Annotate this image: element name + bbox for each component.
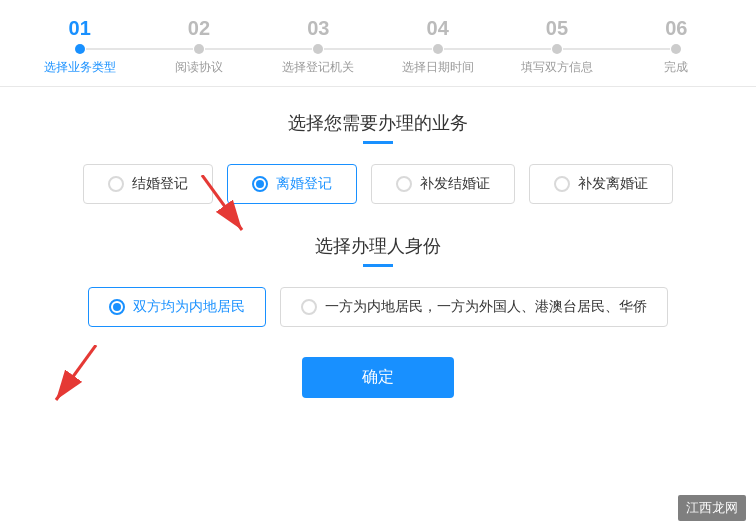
step-6-num: 06 bbox=[665, 18, 687, 38]
option-reissue-divorce[interactable]: 补发离婚证 bbox=[529, 164, 673, 204]
steps-bar: 01 选择业务类型 02 阅读协议 03 选择登记机关 04 选择日期时间 bbox=[0, 0, 756, 87]
option-mixed-label: 一方为内地居民，一方为外国人、港澳台居民、华侨 bbox=[325, 298, 647, 316]
step-3: 03 选择登记机关 bbox=[259, 18, 378, 76]
option-mainland[interactable]: 双方均为内地居民 bbox=[88, 287, 266, 327]
option-mainland-label: 双方均为内地居民 bbox=[133, 298, 245, 316]
step-6: 06 完成 bbox=[617, 18, 736, 76]
step-1-label: 选择业务类型 bbox=[44, 59, 116, 76]
step-2-dot bbox=[194, 44, 204, 54]
option-mainland-radio bbox=[109, 299, 125, 315]
step-4-dot bbox=[433, 44, 443, 54]
step-1-dot bbox=[75, 44, 85, 54]
option-divorce-label: 离婚登记 bbox=[276, 175, 332, 193]
option-reissue-marriage-label: 补发结婚证 bbox=[420, 175, 490, 193]
identity-radio-group: 双方均为内地居民 一方为内地居民，一方为外国人、港澳台居民、华侨 bbox=[40, 287, 716, 327]
option-marriage-radio bbox=[108, 176, 124, 192]
confirm-button-wrapper: 确定 bbox=[40, 357, 716, 398]
svg-line-3 bbox=[56, 345, 96, 400]
identity-section-title: 选择办理人身份 bbox=[40, 234, 716, 258]
identity-section: 选择办理人身份 双方均为内地居民 一方为内地居民，一方为外国人、港澳台居民、华侨 bbox=[40, 234, 716, 327]
step-2-num: 02 bbox=[188, 18, 210, 38]
step-3-num: 03 bbox=[307, 18, 329, 38]
step-5-label: 填写双方信息 bbox=[521, 59, 593, 76]
step-2-label: 阅读协议 bbox=[175, 59, 223, 76]
step-4: 04 选择日期时间 bbox=[378, 18, 497, 76]
business-section: 选择您需要办理的业务 结婚登记 离婚登记 补发结婚证 补发离婚证 bbox=[40, 111, 716, 204]
watermark: 江西龙网 bbox=[678, 495, 746, 521]
confirm-button[interactable]: 确定 bbox=[302, 357, 454, 398]
arrow-to-divorce bbox=[172, 175, 252, 255]
step-1-num: 01 bbox=[69, 18, 91, 38]
step-3-label: 选择登记机关 bbox=[282, 59, 354, 76]
business-title-underline bbox=[363, 141, 393, 144]
option-reissue-divorce-radio bbox=[554, 176, 570, 192]
svg-line-1 bbox=[202, 175, 242, 230]
step-4-num: 04 bbox=[427, 18, 449, 38]
step-5-num: 05 bbox=[546, 18, 568, 38]
arrow-to-mainland bbox=[46, 345, 126, 425]
step-4-label: 选择日期时间 bbox=[402, 59, 474, 76]
option-mixed-radio bbox=[301, 299, 317, 315]
option-reissue-divorce-label: 补发离婚证 bbox=[578, 175, 648, 193]
identity-title-underline bbox=[363, 264, 393, 267]
option-mixed[interactable]: 一方为内地居民，一方为外国人、港澳台居民、华侨 bbox=[280, 287, 668, 327]
option-divorce-radio bbox=[252, 176, 268, 192]
step-6-dot bbox=[671, 44, 681, 54]
business-radio-group: 结婚登记 离婚登记 补发结婚证 补发离婚证 bbox=[40, 164, 716, 204]
step-5: 05 填写双方信息 bbox=[497, 18, 616, 76]
option-reissue-marriage[interactable]: 补发结婚证 bbox=[371, 164, 515, 204]
business-section-title: 选择您需要办理的业务 bbox=[40, 111, 716, 135]
step-6-label: 完成 bbox=[664, 59, 688, 76]
option-reissue-marriage-radio bbox=[396, 176, 412, 192]
step-1: 01 选择业务类型 bbox=[20, 18, 139, 76]
step-3-dot bbox=[313, 44, 323, 54]
step-2: 02 阅读协议 bbox=[139, 18, 258, 76]
step-5-dot bbox=[552, 44, 562, 54]
